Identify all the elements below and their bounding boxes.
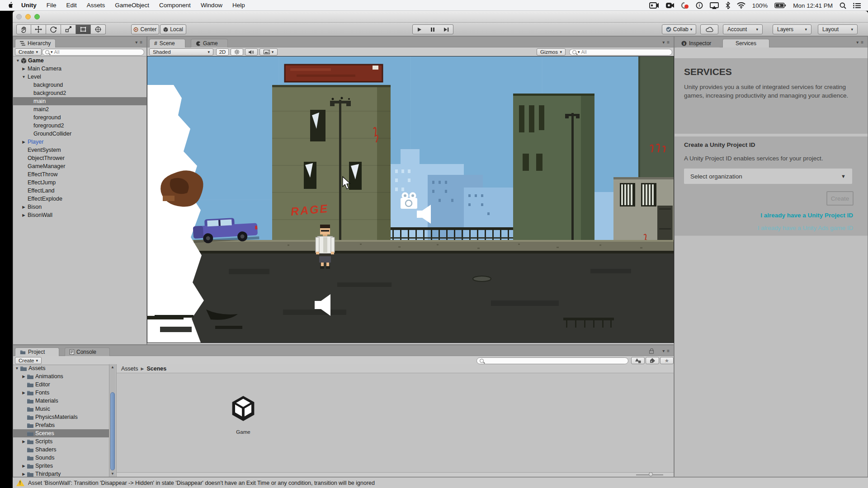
menu-unity[interactable]: Unity: [16, 2, 42, 9]
hierarchy-row[interactable]: EffectThrow: [13, 170, 146, 178]
hierarchy-row[interactable]: GameManager: [13, 162, 146, 170]
recording-dot-icon[interactable]: [681, 2, 689, 9]
hierarchy-row[interactable]: background: [13, 81, 146, 89]
scene-search-input[interactable]: ▾ All: [569, 49, 672, 56]
hierarchy-row[interactable]: background2: [13, 89, 146, 97]
project-folder-row[interactable]: Scenes: [13, 429, 109, 437]
hierarchy-row[interactable]: ▶Main Camera: [13, 65, 146, 73]
thumbnail-zoom-slider[interactable]: [636, 473, 663, 476]
asset-item-game[interactable]: Game: [230, 395, 257, 435]
project-search-input[interactable]: [476, 357, 628, 364]
menu-edit[interactable]: Edit: [61, 2, 82, 9]
project-folder-row[interactable]: Sounds: [13, 454, 109, 462]
project-create-button[interactable]: Create▾: [15, 357, 42, 364]
hierarchy-row[interactable]: main2: [13, 105, 146, 113]
create-project-id-button[interactable]: Create: [826, 191, 854, 206]
play-button[interactable]: [412, 24, 426, 34]
layers-dropdown[interactable]: Layers▾: [773, 24, 811, 34]
hierarchy-search-input[interactable]: ▾ All: [42, 49, 144, 56]
panel-menu-icon[interactable]: ▾ ≡: [662, 40, 670, 45]
scale-tool[interactable]: [61, 24, 76, 34]
panel-menu-icon[interactable]: ▾ ≡: [662, 348, 670, 353]
breadcrumb-scenes[interactable]: Scenes: [146, 366, 166, 372]
expand-arrow[interactable]: ▶: [21, 203, 27, 211]
gizmos-dropdown[interactable]: Gizmos▾: [537, 48, 566, 56]
expand-arrow[interactable]: ▶: [21, 372, 27, 380]
project-folder-row[interactable]: PhysicsMaterials: [13, 413, 109, 421]
screen-record-icon[interactable]: [649, 2, 659, 9]
hierarchy-row[interactable]: EventSystem: [13, 146, 146, 154]
hierarchy-row[interactable]: EffectExplode: [13, 195, 146, 203]
menu-window[interactable]: Window: [196, 2, 227, 9]
2d-toggle[interactable]: 2D: [216, 48, 229, 56]
hierarchy-row[interactable]: EffectLand: [13, 187, 146, 195]
hierarchy-row[interactable]: ▼Game: [13, 56, 146, 65]
menubar-clock[interactable]: Mon 12:41 PM: [793, 2, 833, 9]
tab-services[interactable]: Services: [722, 39, 769, 47]
pivot-toggle-button[interactable]: Center: [131, 24, 159, 34]
hierarchy-row[interactable]: EffectJump: [13, 178, 146, 187]
airplay-display-icon[interactable]: [710, 2, 719, 9]
panel-menu-icon[interactable]: ▾ ≡: [856, 40, 864, 45]
expand-arrow[interactable]: ▶: [21, 138, 27, 146]
cloud-button[interactable]: [700, 24, 718, 34]
menu-assets[interactable]: Assets: [82, 2, 110, 9]
expand-arrow[interactable]: ▶: [21, 65, 27, 73]
menu-list-icon[interactable]: [853, 3, 861, 9]
expand-arrow[interactable]: ▼: [15, 56, 21, 65]
hierarchy-row[interactable]: ▶BisonWall: [13, 211, 146, 219]
layout-dropdown[interactable]: Layout▾: [818, 24, 858, 34]
project-folder-row[interactable]: Materials: [13, 397, 109, 405]
effects-dropdown[interactable]: ▾: [259, 48, 278, 56]
expand-arrow[interactable]: ▶: [21, 470, 27, 477]
search-by-label-button[interactable]: [646, 357, 659, 364]
project-scrollbar[interactable]: ▲ ▼: [109, 364, 116, 477]
account-dropdown[interactable]: Account▾: [723, 24, 763, 34]
audio-toggle[interactable]: [245, 48, 258, 56]
step-button[interactable]: [439, 24, 453, 34]
project-folder-row[interactable]: ▶Sprites: [13, 462, 109, 470]
tab-console[interactable]: Console: [65, 347, 110, 356]
project-folder-row[interactable]: Editor: [13, 380, 109, 389]
expand-arrow[interactable]: ▶: [21, 462, 27, 470]
collab-button[interactable]: Collab▾: [662, 24, 696, 34]
hierarchy-create-button[interactable]: Create▾: [15, 48, 42, 56]
expand-arrow[interactable]: ▶: [21, 437, 27, 446]
breadcrumb-assets[interactable]: Assets: [121, 366, 138, 372]
project-folder-row[interactable]: Prefabs: [13, 421, 109, 429]
hierarchy-row[interactable]: ▶Player: [13, 138, 146, 146]
project-folder-row[interactable]: ▼Assets: [13, 364, 109, 372]
favorites-button[interactable]: ★: [660, 357, 674, 364]
tab-game[interactable]: Game: [191, 39, 228, 47]
project-folder-row[interactable]: ▶Thirdparty: [13, 470, 109, 477]
hierarchy-row[interactable]: ▼Level: [13, 73, 146, 81]
search-by-type-button[interactable]: [631, 357, 645, 364]
hierarchy-row[interactable]: main: [13, 97, 146, 105]
window-title-bar[interactable]: Unity 2017.3.1f1 Personal (64bit) - Game…: [13, 11, 868, 23]
hierarchy-row[interactable]: GroundCollider: [13, 130, 146, 138]
slider-knob[interactable]: [649, 472, 653, 476]
hierarchy-row[interactable]: foreground: [13, 113, 146, 122]
rect-tool[interactable]: [76, 24, 91, 34]
wifi-icon[interactable]: [737, 2, 745, 9]
hierarchy-row[interactable]: ObjectThrower: [13, 154, 146, 162]
space-toggle-button[interactable]: Local: [160, 24, 186, 34]
tab-scene[interactable]: # Scene: [149, 39, 185, 47]
pause-button[interactable]: [426, 24, 440, 34]
transform-tool[interactable]: [91, 24, 106, 34]
minimize-button[interactable]: [25, 14, 31, 19]
hand-tool[interactable]: [16, 24, 31, 34]
menu-gameobject[interactable]: GameObject: [110, 2, 154, 9]
organization-select[interactable]: Select organization ▼: [684, 169, 852, 184]
hierarchy-row[interactable]: ▶Bison: [13, 203, 146, 211]
lock-icon[interactable]: [649, 350, 654, 354]
link-existing-ads-id[interactable]: I already have a Unity Ads game ID: [757, 225, 853, 231]
project-folder-row[interactable]: ▶Animations: [13, 372, 109, 380]
rotate-tool[interactable]: [46, 24, 61, 34]
tab-hierarchy[interactable]: Hierarchy: [15, 39, 56, 47]
lighting-toggle[interactable]: [231, 48, 243, 56]
menu-component[interactable]: Component: [154, 2, 196, 9]
scene-viewport[interactable]: RAGE: [147, 56, 674, 343]
tab-inspector[interactable]: i Inspector: [676, 39, 720, 47]
status-bar[interactable]: Asset 'BisonWall': Transition 'Disappear…: [13, 477, 868, 488]
